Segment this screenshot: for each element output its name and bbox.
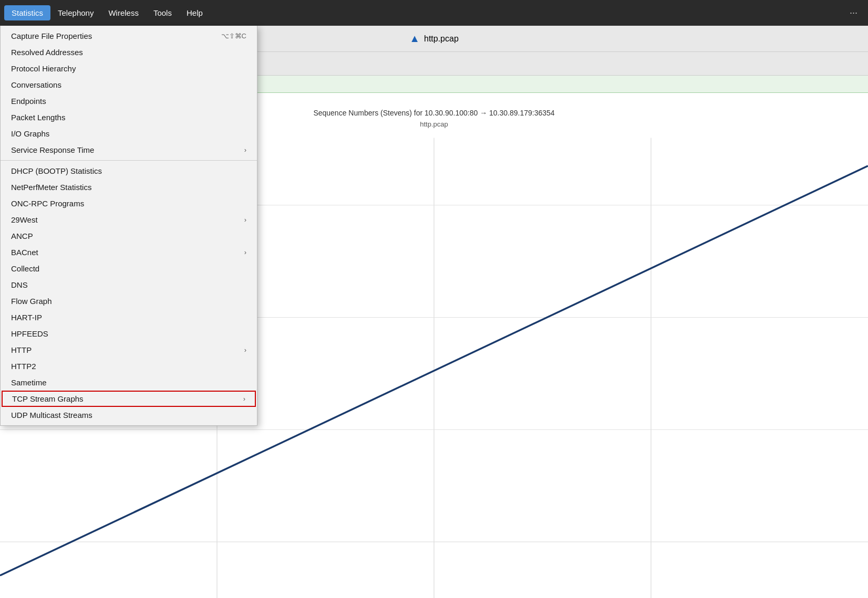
dropdown-item-label-7: Service Response Time [11, 145, 94, 154]
filename-label: http.pcap [424, 34, 459, 44]
dropdown-item-label-15: DNS [11, 280, 28, 289]
dropdown-item-18[interactable]: HPFEEDS [1, 326, 257, 342]
dropdown-item-0[interactable]: Capture File Properties⌥⇧⌘C [1, 28, 257, 44]
dropdown-item-arrow-22: › [243, 395, 245, 403]
dropdown-item-9[interactable]: NetPerfMeter Statistics [1, 179, 257, 195]
dropdown-item-label-9: NetPerfMeter Statistics [11, 183, 91, 192]
menu-wireless[interactable]: Wireless [101, 5, 146, 20]
dropdown-item-label-6: I/O Graphs [11, 129, 49, 138]
dropdown-item-1[interactable]: Resolved Addresses [1, 44, 257, 60]
menu-statistics[interactable]: Statistics [4, 5, 50, 20]
menu-tools[interactable]: Tools [146, 5, 179, 20]
wireshark-icon: ▲ [409, 33, 420, 45]
dropdown-item-label-8: DHCP (BOOTP) Statistics [11, 166, 102, 175]
dropdown-item-label-18: HPFEEDS [11, 329, 48, 338]
dropdown-item-arrow-11: › [244, 216, 246, 224]
dropdown-item-23[interactable]: UDP Multicast Streams [1, 407, 257, 423]
dropdown-item-label-5: Packet Lengths [11, 113, 65, 122]
dropdown-item-19[interactable]: HTTP› [1, 342, 257, 358]
dropdown-item-2[interactable]: Protocol Hierarchy [1, 60, 257, 77]
dropdown-item-label-10: ONC-RPC Programs [11, 199, 84, 208]
dropdown-item-label-4: Endpoints [11, 97, 46, 106]
menu-help[interactable]: Help [179, 5, 210, 20]
dropdown-item-7[interactable]: Service Response Time› [1, 142, 257, 158]
more-icon[interactable]: ··· [843, 7, 864, 18]
dropdown-item-17[interactable]: HART-IP [1, 309, 257, 326]
dropdown-item-label-0: Capture File Properties [11, 32, 92, 40]
dropdown-item-label-11: 29West [11, 215, 38, 224]
dropdown-item-20[interactable]: HTTP2 [1, 358, 257, 374]
dropdown-item-16[interactable]: Flow Graph [1, 293, 257, 309]
dropdown-item-label-21: Sametime [11, 378, 47, 387]
dropdown-item-12[interactable]: ANCP [1, 228, 257, 244]
dropdown-item-label-20: HTTP2 [11, 362, 36, 371]
dropdown-item-6[interactable]: I/O Graphs [1, 125, 257, 142]
dropdown-item-3[interactable]: Conversations [1, 77, 257, 93]
dropdown-item-label-23: UDP Multicast Streams [11, 411, 92, 419]
dropdown-item-label-16: Flow Graph [11, 297, 52, 306]
dropdown-item-21[interactable]: Sametime [1, 374, 257, 391]
dropdown-item-14[interactable]: Collectd [1, 260, 257, 277]
dropdown-item-4[interactable]: Endpoints [1, 93, 257, 109]
dropdown-item-8[interactable]: DHCP (BOOTP) Statistics [1, 163, 257, 179]
dropdown-item-arrow-19: › [244, 346, 246, 354]
dropdown-item-10[interactable]: ONC-RPC Programs [1, 195, 257, 212]
dropdown-item-label-17: HART-IP [11, 313, 42, 322]
dropdown-item-label-19: HTTP [11, 345, 32, 354]
dropdown-item-label-22: TCP Stream Graphs [12, 394, 84, 403]
menubar: Statistics Telephony Wireless Tools Help… [0, 0, 868, 26]
dropdown-item-label-3: Conversations [11, 80, 61, 89]
dropdown-item-label-12: ANCP [11, 232, 33, 240]
statistics-dropdown: Capture File Properties⌥⇧⌘CResolved Addr… [0, 26, 257, 426]
dropdown-item-5[interactable]: Packet Lengths [1, 109, 257, 125]
dropdown-item-label-2: Protocol Hierarchy [11, 64, 76, 73]
dropdown-item-arrow-7: › [244, 146, 246, 154]
dropdown-item-15[interactable]: DNS [1, 277, 257, 293]
dropdown-separator-7 [1, 160, 257, 161]
dropdown-item-arrow-13: › [244, 248, 246, 256]
dropdown-item-11[interactable]: 29West› [1, 212, 257, 228]
dropdown-item-shortcut-0: ⌥⇧⌘C [221, 32, 246, 40]
dropdown-item-22[interactable]: TCP Stream Graphs› [2, 391, 256, 407]
dropdown-item-13[interactable]: BACnet› [1, 244, 257, 260]
menu-telephony[interactable]: Telephony [50, 5, 101, 20]
dropdown-item-label-14: Collectd [11, 264, 39, 273]
dropdown-item-label-1: Resolved Addresses [11, 48, 83, 57]
dropdown-item-label-13: BACnet [11, 248, 38, 257]
